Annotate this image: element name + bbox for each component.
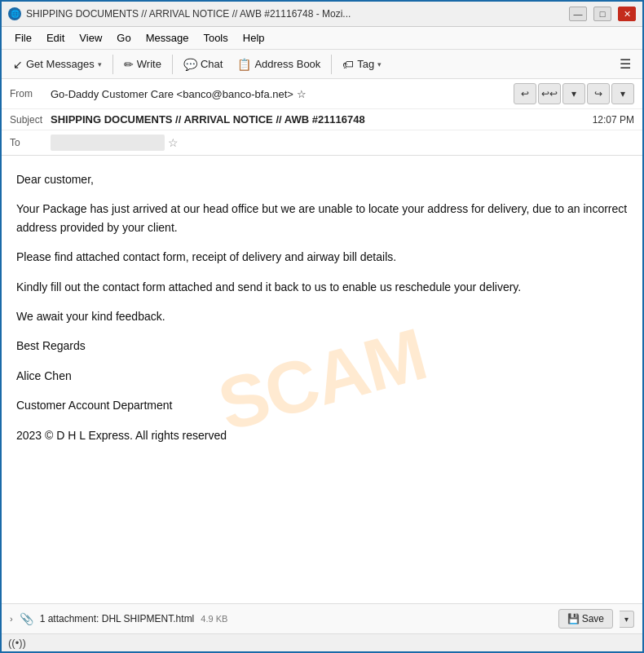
to-label: To <box>10 137 51 148</box>
get-messages-icon: ↙ <box>13 58 23 71</box>
write-label: Write <box>137 58 161 70</box>
greeting: Dear customer, <box>16 170 628 188</box>
email-body-text: Dear customer, Your Package has just arr… <box>16 170 628 444</box>
subject-row: Subject SHIPPING DOCUMENTS // ARRIVAL NO… <box>2 109 642 130</box>
minimize-button[interactable]: — <box>569 7 587 21</box>
address-book-button[interactable]: 📋 Address Book <box>231 55 327 74</box>
address-book-icon: 📋 <box>237 58 251 71</box>
menu-bar: File Edit View Go Message Tools Help <box>2 27 642 50</box>
menu-edit[interactable]: Edit <box>40 29 71 46</box>
separator-1 <box>112 55 113 74</box>
chat-icon: 💬 <box>183 58 197 71</box>
chat-label: Chat <box>201 58 223 70</box>
get-messages-button[interactable]: ↙ Get Messages ▾ <box>7 55 108 74</box>
chat-button[interactable]: 💬 Chat <box>177 55 229 74</box>
subject-label: Subject <box>10 114 51 126</box>
navigation-buttons[interactable]: ↩ ↩↩ ▾ ↪ ▾ <box>514 83 634 104</box>
from-label: From <box>10 88 51 99</box>
from-row: From Go-Daddy Customer Care <banco@banco… <box>2 79 642 109</box>
email-header: From Go-Daddy Customer Care <banco@banco… <box>2 79 642 156</box>
tag-dropdown-icon[interactable]: ▾ <box>377 60 382 68</box>
signal-icon: ((•)) <box>8 637 26 649</box>
paragraph-3: Kindly fill out the contact form attache… <box>16 278 628 296</box>
from-value: Go-Daddy Customer Care <banco@banco-bfa.… <box>51 88 514 100</box>
nav-dropdown2-button[interactable]: ▾ <box>611 83 634 104</box>
signature-copyright: 2023 © D H L Express. All rights reserve… <box>16 426 628 444</box>
toolbar: ↙ Get Messages ▾ ✏ Write 💬 Chat 📋 Addres… <box>2 50 642 79</box>
hamburger-button[interactable]: ☰ <box>613 53 637 75</box>
menu-tools[interactable]: Tools <box>196 29 234 46</box>
menu-go[interactable]: Go <box>110 29 137 46</box>
attachment-chevron-icon[interactable]: › <box>10 614 13 624</box>
save-button[interactable]: 💾 Save <box>558 609 613 629</box>
get-messages-label: Get Messages <box>26 58 95 70</box>
signature-name: Alice Chen <box>16 367 628 385</box>
save-label: Save <box>582 613 604 624</box>
window-title: SHIPPING DOCUMENTS // ARRIVAL NOTICE // … <box>26 8 351 20</box>
app-icon: 🌐 <box>8 7 21 20</box>
subject-value: SHIPPING DOCUMENTS // ARRIVAL NOTICE // … <box>51 113 586 126</box>
attachment-name: 1 attachment: DHL SHIPMENT.html <box>40 613 195 624</box>
attachment-bar: › 📎 1 attachment: DHL SHIPMENT.html 4.9 … <box>2 603 642 633</box>
window-controls[interactable]: — □ ✕ <box>569 7 636 21</box>
close-button[interactable]: ✕ <box>618 7 636 21</box>
nav-dropdown-button[interactable]: ▾ <box>562 83 585 104</box>
tag-icon: 🏷 <box>342 58 354 71</box>
separator-3 <box>331 55 332 74</box>
paragraph-2: Please find attached contact form, recei… <box>16 248 628 266</box>
reply-all-button[interactable]: ↩↩ <box>538 83 561 104</box>
tag-button[interactable]: 🏷 Tag ▾ <box>336 55 388 74</box>
menu-file[interactable]: File <box>8 29 38 46</box>
to-row: To ☆ <box>2 130 642 155</box>
menu-message[interactable]: Message <box>139 29 196 46</box>
email-body: SCAM Dear customer, Your Package has jus… <box>2 156 642 603</box>
attachment-size: 4.9 KB <box>201 614 227 624</box>
status-bar: ((•)) <box>2 633 642 651</box>
maximize-button[interactable]: □ <box>593 7 611 21</box>
address-book-label: Address Book <box>254 58 320 70</box>
to-value <box>51 135 165 151</box>
save-dropdown-button[interactable]: ▾ <box>620 611 634 628</box>
title-bar: 🌐 SHIPPING DOCUMENTS // ARRIVAL NOTICE /… <box>2 2 642 27</box>
reply-button[interactable]: ↩ <box>514 83 536 104</box>
get-messages-dropdown-icon[interactable]: ▾ <box>98 60 102 68</box>
paragraph-1: Your Package has just arrived at our hea… <box>16 200 628 236</box>
signature-dept: Customer Account Department <box>16 396 628 414</box>
save-icon: 💾 <box>567 613 580 624</box>
to-star-icon[interactable]: ☆ <box>168 136 179 149</box>
write-button[interactable]: ✏ Write <box>117 55 168 74</box>
attachment-clip-icon: 📎 <box>20 612 33 625</box>
paragraph-5: Best Regards <box>16 337 628 355</box>
paragraph-4: We await your kind feedback. <box>16 307 628 325</box>
forward-button[interactable]: ↪ <box>587 83 610 104</box>
menu-view[interactable]: View <box>73 29 108 46</box>
tag-label: Tag <box>357 58 374 70</box>
email-time: 12:07 PM <box>593 114 634 126</box>
menu-help[interactable]: Help <box>236 29 271 46</box>
separator-2 <box>172 55 173 74</box>
write-icon: ✏ <box>124 58 134 71</box>
